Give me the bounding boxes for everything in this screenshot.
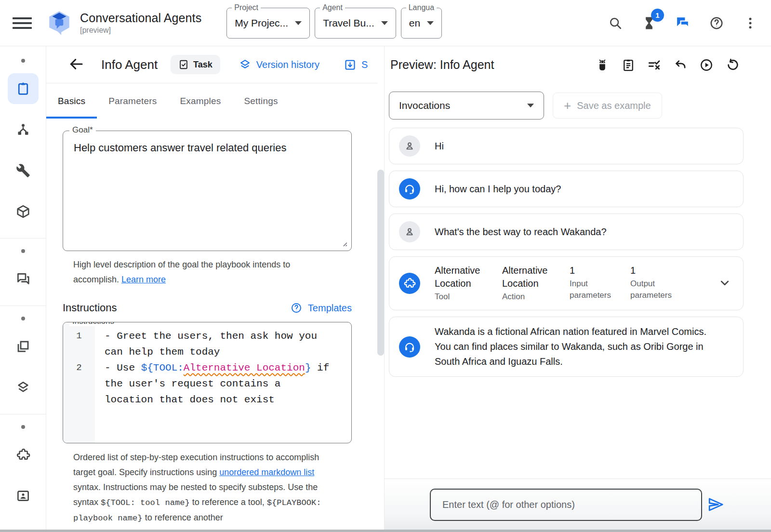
tool-avatar-icon: [399, 273, 420, 294]
transcript-icon[interactable]: [620, 56, 637, 74]
basics-tab-content: Goal* Help customers answer travel relat…: [46, 119, 377, 526]
clipboard-icon: [16, 81, 30, 96]
code-token-keyword: }: [305, 362, 311, 373]
rail-section-dot: [21, 59, 25, 63]
puzzle-icon: [16, 448, 30, 462]
more-options-icon[interactable]: [742, 15, 758, 31]
user-message: Hi: [389, 128, 744, 164]
save-as-example-label: Save as example: [577, 100, 651, 111]
templates-button[interactable]: Templates: [291, 302, 352, 314]
version-history-button[interactable]: Version history: [239, 59, 319, 71]
inline-link[interactable]: unordered markdown list: [219, 467, 314, 477]
instruction-text: - Use ${TOOL:Alternative Location} if th…: [95, 360, 351, 408]
message-text: Wakanda is a fictional African nation fe…: [435, 324, 724, 369]
notification-badge: 1: [651, 9, 664, 22]
rail-divider: [0, 414, 46, 414]
user-avatar-icon: [399, 221, 420, 242]
tab-basics[interactable]: Basics: [46, 83, 97, 119]
sidebar-item-versions[interactable]: [8, 372, 39, 403]
line-number: 2: [63, 360, 95, 408]
search-icon[interactable]: [607, 15, 624, 31]
tool-card-columns: Alternative LocationToolAlternative Loca…: [435, 264, 716, 303]
project-selector[interactable]: ProjectMy Projec...: [226, 8, 310, 39]
sidebar-item-integrations[interactable]: [8, 439, 39, 470]
play-icon[interactable]: [698, 56, 715, 74]
agent-selector[interactable]: AgentTravel Bu...: [315, 8, 396, 39]
message-text: What's the best way to reach Wakanda?: [435, 225, 607, 239]
goal-value[interactable]: Help customers answer travel related que…: [63, 131, 351, 165]
rail-divider: [0, 238, 46, 239]
tool-invocation-card: Alternative LocationToolAlternative Loca…: [389, 256, 744, 310]
feedback-chat-icon[interactable]: [675, 15, 691, 31]
message-text: Hi, how can I help you today?: [435, 182, 561, 197]
chat-input[interactable]: [430, 489, 702, 521]
resize-handle-icon[interactable]: [341, 240, 347, 247]
preview-panel: Preview: Info Agent Invocations + Save a…: [384, 46, 771, 532]
composer-bar: [385, 479, 771, 532]
tool-column-subtitle: Action: [502, 291, 562, 303]
help-icon[interactable]: [708, 15, 725, 31]
sidebar-item-tools[interactable]: [8, 155, 39, 186]
tool-card-column: Alternative LocationAction: [502, 264, 562, 303]
version-history-label: Version history: [256, 59, 319, 70]
tab-parameters[interactable]: Parameters: [97, 83, 168, 119]
expand-chevron-icon[interactable]: [716, 275, 733, 292]
sidebar-item-conversations[interactable]: [8, 264, 39, 294]
line-number: 1: [63, 328, 95, 360]
task-doc-icon: [178, 59, 189, 70]
version-history-icon: [239, 59, 251, 71]
android-icon[interactable]: [594, 56, 611, 74]
tab-examples[interactable]: Examples: [168, 83, 232, 119]
instruction-text: - Greet the users, then ask how you can …: [95, 328, 351, 360]
inline-link[interactable]: Learn more: [121, 275, 166, 284]
instructions-editor[interactable]: Instructions 1- Greet the users, then as…: [63, 322, 352, 443]
tool-card-column: 1Input parameters: [570, 264, 623, 301]
selector-label: Agent: [320, 3, 345, 12]
langua-selector[interactable]: Languaen: [401, 8, 442, 39]
conversation-selector[interactable]: Invocations: [389, 92, 544, 120]
app-bar: Conversational Agents [preview] ProjectM…: [0, 0, 771, 46]
contact-icon: [16, 489, 30, 503]
editor-tabs: BasicsParametersExamplesSettings: [46, 83, 377, 119]
conversation-selector-value: Invocations: [399, 100, 450, 111]
selector-label: Project: [232, 3, 261, 12]
inline-code: ${TOOL: tool name}: [101, 498, 190, 507]
selector-value: My Projec...: [235, 17, 288, 29]
restart-icon[interactable]: [724, 56, 741, 74]
menu-icon[interactable]: [13, 13, 33, 33]
sidebar-item-playbooks[interactable]: [8, 73, 39, 104]
save-button[interactable]: S: [344, 58, 368, 71]
sidebar-item-contacts[interactable]: [8, 480, 39, 511]
user-avatar-icon: [399, 135, 420, 157]
sidebar-item-flows[interactable]: [8, 114, 39, 145]
playbook-editor-panel: Info Agent Task Version history S Basics…: [46, 46, 377, 532]
tool-card-column: Alternative LocationTool: [435, 264, 494, 303]
context-selectors: ProjectMy Projec...AgentTravel Bu...Lang…: [226, 8, 442, 39]
text-segment: - Greet the users, then ask how you can …: [105, 331, 323, 358]
playbook-header: Info Agent Task Version history S: [46, 46, 377, 83]
instruction-line[interactable]: 1- Greet the users, then ask how you can…: [63, 328, 351, 360]
message-text: Hi: [435, 139, 444, 154]
task-badge-label: Task: [193, 60, 213, 70]
tab-settings[interactable]: Settings: [232, 83, 289, 119]
undo-icon[interactable]: [672, 56, 689, 74]
chevron-down-icon: [381, 21, 388, 25]
cube-icon: [16, 204, 30, 219]
validation-icon[interactable]: [646, 56, 663, 74]
send-icon[interactable]: [706, 496, 725, 514]
instructions-helper-text: Ordered list of step-by-step execution i…: [63, 450, 332, 526]
save-as-example-button[interactable]: + Save as example: [553, 93, 662, 119]
selector-label: Langua: [406, 3, 437, 12]
goal-field[interactable]: Goal* Help customers answer travel relat…: [63, 131, 352, 251]
sidebar-item-pages[interactable]: [8, 331, 39, 362]
chevron-down-icon: [427, 21, 434, 25]
panel-scrollbar[interactable]: [377, 170, 384, 356]
back-arrow-icon[interactable]: [67, 56, 85, 73]
pending-changes-icon[interactable]: 1: [641, 15, 657, 31]
selector-value: Travel Bu...: [323, 17, 374, 29]
product-title-block: Conversational Agents [preview]: [80, 11, 201, 35]
instruction-line[interactable]: 2- Use ${TOOL:Alternative Location} if t…: [63, 360, 351, 408]
product-subtitle: [preview]: [80, 26, 201, 35]
sidebar-item-packages[interactable]: [8, 196, 39, 227]
text-segment: High level description of the goal the p…: [73, 260, 290, 284]
